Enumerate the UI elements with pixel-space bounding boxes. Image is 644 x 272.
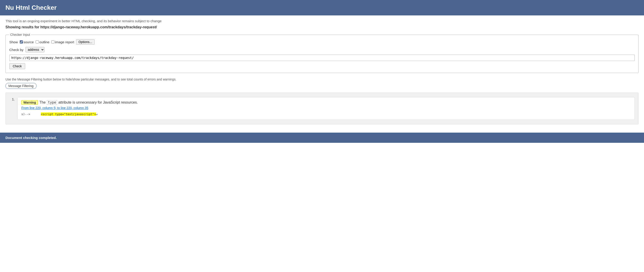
page-footer: Document checking completed. <box>0 133 644 143</box>
show-row: Show source outline image report Options… <box>9 39 635 45</box>
check-by-row: Check by address <box>9 47 635 52</box>
warning-badge: Warning <box>21 100 38 105</box>
code-before: s)--> <box>21 112 30 116</box>
options-button[interactable]: Options... <box>76 39 95 45</box>
showing-results: Showing results for https://django-racew… <box>6 25 638 29</box>
checker-input-legend: Checker Input <box>9 33 31 36</box>
image-report-checkbox-label[interactable]: image report <box>51 40 74 44</box>
filter-note: Use the Message Filtering button below t… <box>6 77 638 81</box>
message-filtering-button[interactable]: Message Filtering <box>6 83 36 89</box>
result-link[interactable]: From line 220, column 5; to line 220, co… <box>21 106 631 110</box>
url-input[interactable] <box>9 55 635 61</box>
image-report-checkbox[interactable] <box>51 40 54 43</box>
message-suffix: attribute is unnecessary for JavaScript … <box>58 100 138 104</box>
message-prefix: The <box>39 100 46 104</box>
outline-checkbox-label[interactable]: outline <box>36 40 50 44</box>
image-report-label: image report <box>55 40 74 44</box>
type-code: type <box>47 100 57 105</box>
result-item: 1. Warning The type attribute is unneces… <box>9 97 635 120</box>
code-block: s)--> <script type="text/javascript">↵ <box>21 111 631 117</box>
check-by-label: Check by <box>9 48 24 52</box>
check-by-select[interactable]: address <box>26 47 44 52</box>
result-number: 1. <box>9 97 15 101</box>
showing-results-url: https://django-raceway.herokuapp.com/tra… <box>40 25 157 29</box>
source-checkbox-label[interactable]: source <box>20 40 34 44</box>
code-highlight: <script type="text/javascript"> <box>41 112 96 116</box>
show-label: Show <box>9 40 18 44</box>
result-box: Warning The type attribute is unnecessar… <box>18 97 635 120</box>
check-button[interactable]: Check <box>9 63 25 69</box>
page-title: Nu Html Checker <box>6 4 638 11</box>
page-header: Nu Html Checker <box>0 0 644 15</box>
main-content: This tool is an ongoing experiment in be… <box>0 15 644 133</box>
outline-label: outline <box>40 40 50 44</box>
source-checkbox[interactable] <box>20 40 23 43</box>
result-title: Warning The type attribute is unnecessar… <box>21 100 631 105</box>
subtitle-text: This tool is an ongoing experiment in be… <box>6 19 638 23</box>
outline-checkbox[interactable] <box>36 40 39 43</box>
showing-results-label: Showing results for <box>6 25 40 29</box>
footer-message: Document checking completed. <box>6 136 638 140</box>
code-after: ↵ <box>96 112 98 116</box>
source-label: source <box>24 40 34 44</box>
results-area: 1. Warning The type attribute is unneces… <box>6 92 638 124</box>
checker-input-fieldset: Checker Input Show source outline image … <box>6 33 638 73</box>
